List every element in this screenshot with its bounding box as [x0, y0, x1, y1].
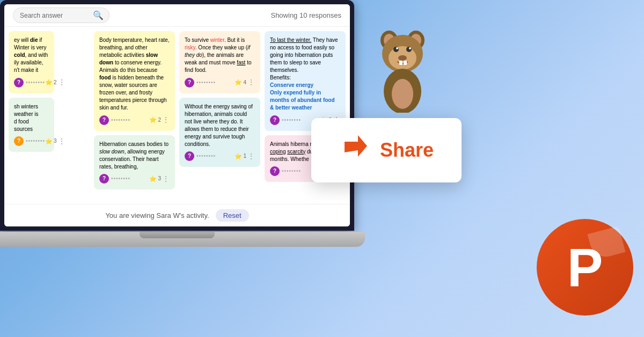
star-count: 4 — [243, 79, 246, 86]
screen-content: 🔍 Showing 10 responses ey will die ifWin… — [4, 4, 350, 226]
star-count: 3 — [54, 137, 57, 145]
top-bar: 🔍 Showing 10 responses — [4, 4, 350, 27]
star-count: 2 — [54, 79, 57, 86]
card-3-1: To survive winter. But it is risky. Once… — [179, 31, 260, 93]
card-text: To survive winter. But it is risky. Once… — [185, 36, 255, 74]
svg-point-14 — [392, 79, 413, 109]
hidden-name: •••••••• — [111, 116, 130, 124]
laptop-base — [0, 232, 365, 247]
card-text: Hibernation causes bodies to slow down, … — [99, 141, 170, 171]
svg-point-9 — [409, 47, 411, 49]
hidden-name: •••••••• — [26, 79, 45, 86]
search-icon: 🔍 — [93, 10, 104, 20]
more-options-icon[interactable]: ⋮ — [247, 77, 255, 88]
share-arrow-icon — [339, 131, 371, 170]
col-2: Body temperature, heart rate, breathing,… — [94, 31, 175, 202]
laptop-container: 🔍 Showing 10 responses ey will die ifWin… — [0, 0, 365, 258]
col-3: To survive winter. But it is risky. Once… — [179, 31, 260, 202]
star-icon: ⭐ — [45, 137, 53, 145]
star-icon: ⭐ — [149, 116, 157, 124]
hidden-name: •••••••• — [282, 167, 301, 175]
pp-letter: P — [567, 237, 603, 298]
svg-point-6 — [393, 47, 399, 52]
share-text: Share — [380, 139, 434, 162]
more-options-icon[interactable]: ⋮ — [58, 136, 65, 147]
powerpoint-logo: P — [537, 219, 633, 316]
star-icon: ⭐ — [149, 175, 157, 183]
search-input[interactable] — [20, 12, 90, 19]
laptop-notch — [140, 232, 215, 238]
star-count: 3 — [158, 175, 161, 182]
more-options-icon[interactable]: ⋮ — [162, 115, 170, 126]
beaver-svg — [370, 16, 435, 113]
more-options-icon[interactable]: ⋮ — [162, 174, 170, 185]
star-icon: ⭐ — [235, 78, 242, 86]
card-4-1: To last the winter. They have no access … — [265, 31, 346, 131]
avatar: ? — [99, 115, 109, 125]
avatar: ? — [270, 115, 280, 125]
hidden-name: •••••••• — [111, 175, 130, 182]
laptop-screen: 🔍 Showing 10 responses ey will die ifWin… — [0, 0, 354, 231]
search-box[interactable]: 🔍 — [13, 8, 109, 23]
card-2-1: Body temperature, heart rate, breathing,… — [94, 31, 175, 131]
avatar: ? — [99, 174, 109, 184]
card-text: To last the winter. They have no access … — [270, 36, 340, 112]
card-3-2: Without the energy saving of hibernation… — [179, 98, 260, 167]
viewing-label: You are viewing Sara W's activity. — [105, 211, 209, 219]
responses-count: Showing 10 responses — [270, 11, 341, 19]
star-count: 2 — [158, 116, 161, 124]
beaver-mascot — [370, 16, 435, 113]
share-popup: Share — [311, 118, 462, 182]
card-text: Body temperature, heart rate, breathing,… — [99, 36, 170, 112]
svg-rect-12 — [404, 61, 407, 65]
hidden-name: •••••••• — [26, 137, 45, 145]
card-text: sh wintersweather isd food sources — [14, 103, 49, 133]
more-options-icon[interactable]: ⋮ — [247, 151, 255, 162]
card-text: ey will die ifWinter is verycold, and wi… — [14, 36, 49, 74]
cards-area: ey will die ifWinter is verycold, and wi… — [4, 27, 350, 206]
card-partial-1: ey will die ifWinter is verycold, and wi… — [9, 31, 54, 93]
star-count: 1 — [243, 152, 246, 160]
more-options-icon[interactable]: ⋮ — [58, 77, 65, 88]
partial-left-col: ey will die ifWinter is verycold, and wi… — [9, 31, 90, 202]
pp-circle: P — [537, 219, 633, 316]
card-text: Without the energy saving of hibernation… — [185, 103, 255, 148]
svg-point-10 — [398, 55, 407, 61]
hidden-name: •••••••• — [282, 116, 301, 124]
card-partial-2: sh wintersweather isd food sources ? •••… — [9, 98, 54, 152]
avatar: ? — [14, 136, 24, 146]
star-icon: ⭐ — [45, 78, 53, 86]
avatar: ? — [185, 151, 194, 161]
card-2-2: Hibernation causes bodies to slow down, … — [94, 135, 175, 190]
bottom-bar: You are viewing Sara W's activity. Reset — [4, 204, 350, 226]
avatar: ? — [185, 78, 194, 87]
hidden-name: •••••••• — [196, 79, 216, 86]
svg-rect-11 — [399, 61, 402, 65]
avatar: ? — [270, 166, 280, 176]
svg-point-8 — [396, 47, 398, 49]
hidden-name: •••••••• — [196, 152, 216, 160]
star-icon: ⭐ — [235, 152, 242, 160]
reset-button[interactable]: Reset — [216, 209, 249, 222]
svg-point-7 — [406, 47, 412, 52]
avatar: ? — [14, 78, 24, 87]
